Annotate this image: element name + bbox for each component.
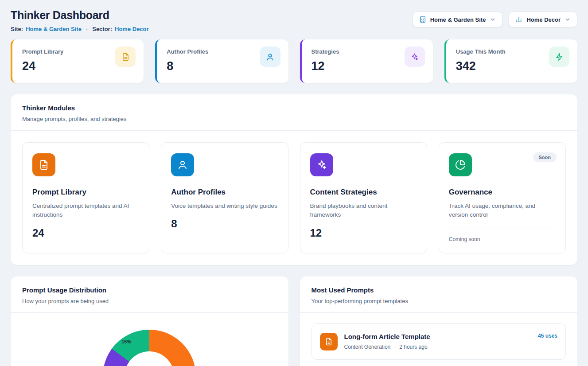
building-icon [419, 16, 426, 23]
module-card-governance[interactable]: Soon Governance Track AI usage, complian… [439, 142, 566, 253]
sparkles-icon [405, 47, 425, 67]
donut-hole [125, 351, 174, 366]
prompt-usage-card: Prompt Usage Distribution How your promp… [11, 276, 288, 366]
donut-chart: 15% [103, 330, 196, 366]
person-icon [260, 47, 280, 67]
stat-card-strategies: Strategies 12 [300, 39, 433, 83]
stat-card-usage: Usage This Month 342 [444, 39, 577, 83]
document-icon [32, 153, 55, 176]
module-title: Prompt Library [32, 188, 139, 197]
prompts-card-subtitle: Your top-performing prompt templates [312, 298, 566, 304]
modules-grid: Prompt Library Centralized prompt templa… [11, 131, 577, 265]
module-card-content-strategies[interactable]: Content Strategies Brand playbooks and c… [300, 142, 427, 253]
chevron-down-icon [565, 16, 571, 23]
module-card-prompt-library[interactable]: Prompt Library Centralized prompt templa… [22, 142, 149, 253]
most-used-prompts-card: Most Used Prompts Your top-performing pr… [300, 276, 578, 366]
modules-title: Thinker Modules [22, 104, 566, 112]
pie-chart-icon [449, 153, 472, 176]
module-description: Brand playbooks and content frameworks [310, 202, 417, 220]
prompt-list: Long-form Article Template Content Gener… [300, 313, 578, 366]
status-badge: Soon [533, 152, 557, 162]
meta-separator: · [394, 344, 396, 350]
prompt-timestamp: 2 hours ago [399, 344, 427, 350]
sector-dropdown[interactable]: Home Decor [509, 12, 577, 27]
header: Thinker Dashboard Site: Home & Garden Si… [11, 9, 577, 32]
list-item[interactable]: Long-form Article Template Content Gener… [312, 323, 566, 360]
site-dropdown-label: Home & Garden Site [430, 16, 486, 23]
lightning-icon [549, 47, 569, 67]
module-footer: Coming soon [449, 229, 556, 242]
donut-chart-area: 15% [11, 313, 288, 366]
modules-subtitle: Manage prompts, profiles, and strategies [22, 116, 566, 122]
usage-card-subtitle: How your prompts are being used [22, 298, 277, 304]
person-icon [171, 153, 194, 176]
module-card-author-profiles[interactable]: Author Profiles Voice templates and writ… [161, 142, 288, 253]
donut-segment-label: 15% [121, 339, 131, 344]
prompt-meta: Content Generation · 2 hours ago [344, 344, 531, 350]
sector-link[interactable]: Home Decor [115, 26, 149, 32]
page-title: Thinker Dashboard [11, 9, 149, 22]
modules-header: Thinker Modules Manage prompts, profiles… [11, 94, 577, 130]
prompts-card-header: Most Used Prompts Your top-performing pr… [300, 276, 578, 312]
site-link[interactable]: Home & Garden Site [26, 26, 82, 32]
module-title: Author Profiles [171, 188, 278, 197]
header-dropdowns: Home & Garden Site Home Decor [413, 12, 577, 27]
sector-label: Sector: [92, 26, 112, 32]
site-label: Site: [11, 26, 23, 32]
meta-separator: · [86, 26, 88, 32]
prompt-title: Long-form Article Template [344, 333, 531, 340]
chart-bar-icon [515, 16, 522, 23]
chevron-down-icon [490, 16, 496, 23]
breadcrumb: Site: Home & Garden Site · Sector: Home … [11, 26, 149, 32]
document-icon [320, 333, 338, 350]
usage-card-header: Prompt Usage Distribution How your promp… [11, 276, 288, 312]
title-block: Thinker Dashboard Site: Home & Garden Si… [11, 9, 149, 32]
sparkles-icon [310, 153, 333, 176]
site-dropdown[interactable]: Home & Garden Site [413, 12, 503, 27]
bottom-row: Prompt Usage Distribution How your promp… [11, 276, 577, 366]
thinker-modules-panel: Thinker Modules Manage prompts, profiles… [11, 94, 577, 265]
prompt-uses-badge: 45 uses [538, 333, 557, 339]
module-count: 8 [171, 218, 278, 230]
usage-card-title: Prompt Usage Distribution [22, 286, 277, 294]
stat-card-prompt-library: Prompt Library 24 [11, 39, 144, 83]
stats-row: Prompt Library 24 Author Profiles 8 Stra… [11, 39, 577, 83]
prompts-card-title: Most Used Prompts [312, 286, 566, 294]
prompt-category: Content Generation [344, 344, 391, 350]
prompt-info: Long-form Article Template Content Gener… [344, 333, 531, 350]
module-count: 24 [32, 227, 139, 239]
module-title: Content Strategies [310, 188, 417, 197]
module-count: 12 [310, 227, 417, 239]
dashboard-page: Thinker Dashboard Site: Home & Garden Si… [0, 0, 588, 366]
module-description: Track AI usage, compliance, and version … [449, 202, 556, 220]
module-description: Voice templates and writing style guides [171, 202, 278, 210]
document-icon [115, 47, 136, 67]
stat-card-author-profiles: Author Profiles 8 [155, 39, 288, 83]
module-title: Governance [449, 188, 556, 197]
sector-dropdown-label: Home Decor [526, 16, 561, 23]
module-description: Centralized prompt templates and AI inst… [32, 202, 139, 220]
